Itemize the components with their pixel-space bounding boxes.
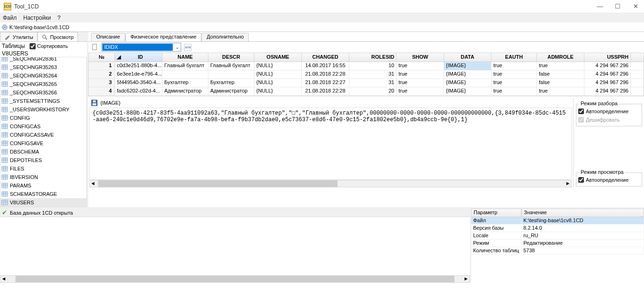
svg-point-2 [42, 35, 46, 38]
param-head-key[interactable]: Параметр [471, 209, 521, 217]
check-icon: ✔ [2, 209, 7, 216]
menu-settings[interactable]: Настройки [23, 15, 51, 21]
table-item[interactable]: _SEQCHNGR35265 [0, 80, 86, 88]
autodetect-parse-checkbox[interactable]: Автоопределение [578, 107, 640, 116]
col-rownum[interactable]: № [89, 53, 115, 62]
table-item[interactable]: CONFIGSAVE [0, 139, 86, 148]
rtab-description[interactable]: Описание [91, 33, 125, 41]
param-row[interactable]: РежимРедактирование [471, 240, 644, 247]
autodetect-view-checkbox[interactable]: Автоопределение [578, 176, 640, 184]
svg-rect-18 [2, 82, 8, 86]
scroll-thumb[interactable] [98, 180, 337, 187]
globe-icon [2, 24, 8, 30]
sort-checkbox[interactable]: Сортировать [30, 43, 68, 49]
svg-rect-33 [2, 107, 8, 112]
svg-rect-23 [2, 90, 8, 95]
table-item[interactable]: PARAMS [0, 181, 86, 190]
table-item[interactable]: DEPOTFILES [0, 156, 86, 164]
db-path: K:\test\ing-base\1cv8.1CD [9, 24, 69, 30]
col-eauth[interactable]: EAUTH [491, 53, 537, 62]
table-item[interactable]: SCHEMASTORAGE [0, 190, 86, 198]
table-row[interactable]: 1c0d3e251-880b-4...Главный бухгалтГлавны… [89, 62, 644, 70]
table-row[interactable]: 4fadc6202-c02d-4...АдминистраторАдминист… [89, 87, 644, 96]
tables-list[interactable]: _SEQCHNGR28361_SEQCHNGR35263_SEQCHNGR352… [0, 57, 87, 207]
scroll-thumb[interactable] [15, 276, 454, 282]
param-head-val[interactable]: Значение [521, 209, 644, 217]
scroll-right-icon[interactable]: ► [463, 276, 469, 282]
minimize-button[interactable]: — [595, 3, 605, 10]
raw-text-view[interactable]: {c0d3e251-880b-4217-83f5-4aa911092a63,"Г… [89, 108, 572, 180]
save-icon[interactable] [91, 100, 98, 106]
menu-file[interactable]: Файл [3, 15, 17, 21]
magnify-icon [42, 34, 48, 40]
document-icon[interactable] [91, 44, 99, 51]
table-icon [1, 124, 8, 129]
param-row[interactable]: Localeru_RU [471, 232, 644, 240]
param-row[interactable]: Версия базы8.2.14.0 [471, 225, 644, 232]
app-icon: 1CD [4, 3, 11, 10]
raw-scrollbar[interactable]: ◄ ► [89, 180, 572, 187]
sort-input[interactable] [30, 43, 36, 49]
svg-rect-43 [2, 124, 8, 129]
status-scrollbar[interactable]: ◄ ► [0, 275, 470, 283]
scroll-left-icon[interactable]: ◄ [90, 180, 96, 187]
table-item[interactable]: _SEQCHNGR28361 [0, 57, 86, 63]
col-changed[interactable]: CHANGED [302, 53, 349, 62]
table-item[interactable]: _USERSWORKHISTORY [0, 105, 86, 114]
scroll-right-icon[interactable]: ► [565, 180, 571, 187]
combo-value: IDIDX [102, 44, 173, 51]
data-grid[interactable]: № ◢ID NAME DESCR OSNAME CHANGED ROLESID … [88, 53, 644, 96]
table-icon [1, 64, 8, 70]
col-osname[interactable]: OSNAME [254, 53, 302, 62]
table-icon [1, 140, 8, 146]
table-item[interactable]: CONFIG [0, 114, 86, 122]
table-item[interactable]: FILES [0, 164, 86, 173]
param-row[interactable]: ФайлK:\test\ing-base\1cv8.1CD [471, 217, 644, 225]
parse-group-title: Режим разбора [579, 101, 619, 106]
param-row[interactable]: Количество таблиц5738 [471, 247, 644, 255]
sort-label: Сортировать [37, 43, 68, 49]
rtab-additional[interactable]: Дополнительно [201, 33, 249, 41]
table-icon [1, 191, 8, 197]
maximize-button[interactable]: ☐ [613, 3, 622, 10]
table-item[interactable]: _SYSTEMSETTINGS [0, 97, 86, 105]
col-name[interactable]: NAME [162, 53, 208, 62]
table-icon [1, 166, 8, 171]
tab-view[interactable]: Просмотр [38, 32, 78, 41]
col-rolesid[interactable]: ROLESID [349, 53, 397, 62]
col-data[interactable]: DATA [444, 53, 491, 62]
svg-rect-68 [2, 166, 8, 171]
status-text: База данных 1CD открыта [10, 210, 73, 216]
tab-utils[interactable]: Утилиты [0, 32, 38, 41]
close-button[interactable]: ✕ [631, 3, 640, 10]
wand-icon [4, 34, 11, 40]
rtab-physical[interactable]: Физическое представление [125, 33, 202, 41]
svg-point-1 [9, 35, 10, 36]
table-item[interactable]: IBVERSION [0, 173, 86, 181]
table-icon [1, 90, 8, 95]
table-icon [1, 107, 8, 112]
table-row[interactable]: 26e3ee1de-e796-4...{NULL}21.08.2018 22:2… [89, 70, 644, 79]
status-panel: ✔ База данных 1CD открыта ◄ ► [0, 209, 471, 283]
col-descr[interactable]: DESCR [208, 53, 254, 62]
table-item[interactable]: V8USERS [0, 198, 86, 207]
table-item[interactable]: DBSCHEMA [0, 148, 86, 156]
table-item[interactable]: _SEQCHNGR35263 [0, 63, 86, 71]
index-combo[interactable]: IDIDX ⌄ [101, 43, 181, 52]
table-item[interactable]: CONFIGCAS [0, 122, 86, 131]
xml-button[interactable]: xml [184, 44, 192, 51]
table-item[interactable]: _SEQCHNGR35264 [0, 71, 86, 80]
title-bar: 1CD Tool_1CD — ☐ ✕ [0, 0, 644, 13]
col-show[interactable]: SHOW [397, 53, 444, 62]
svg-rect-8 [2, 65, 8, 70]
col-ussprh[interactable]: USSPRH [584, 53, 631, 62]
col-id[interactable]: ◢ID [115, 53, 162, 62]
svg-rect-13 [2, 73, 8, 78]
col-admrole[interactable]: ADMROLE [537, 53, 584, 62]
table-row[interactable]: 35f449540-3540-4...БухгалтерБухгалтер{NU… [89, 79, 644, 87]
decrypt-checkbox: Дешифровать [578, 116, 640, 124]
table-item[interactable]: CONFIGCASSAVE [0, 131, 86, 139]
table-item[interactable]: _SEQCHNGR35266 [0, 88, 86, 97]
menu-help[interactable]: ? [57, 15, 61, 21]
scroll-left-icon[interactable]: ◄ [0, 276, 7, 282]
